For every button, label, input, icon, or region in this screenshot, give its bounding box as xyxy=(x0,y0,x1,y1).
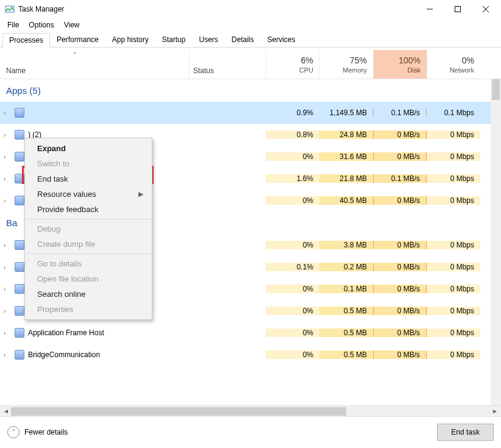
chevron-right-icon[interactable]: › xyxy=(4,264,11,271)
process-cpu: 0% xyxy=(266,241,319,249)
end-task-button[interactable]: End task xyxy=(437,424,494,441)
tab-users[interactable]: Users xyxy=(192,32,224,47)
process-name-cell: › xyxy=(0,108,189,118)
network-label: Network xyxy=(427,66,474,74)
tab-details[interactable]: Details xyxy=(225,32,261,47)
vertical-scroll-thumb[interactable] xyxy=(492,79,500,100)
process-icon xyxy=(15,240,24,250)
context-menu-item-end-task[interactable]: End task xyxy=(25,171,152,187)
task-manager-icon xyxy=(5,4,15,14)
fewer-details-label: Fewer details xyxy=(24,428,68,436)
process-name: BridgeCommunication xyxy=(28,350,100,359)
context-item-label: Expand xyxy=(37,144,66,153)
chevron-right-icon[interactable]: › xyxy=(4,197,11,204)
hscroll-thumb[interactable] xyxy=(11,407,346,416)
fewer-details-button[interactable]: ˄ Fewer details xyxy=(7,426,68,438)
chevron-right-icon: ▶ xyxy=(138,190,143,198)
context-item-label: Search online xyxy=(37,290,86,299)
context-menu-separator xyxy=(26,219,151,219)
context-menu-item-provide-feedback[interactable]: Provide feedback xyxy=(25,202,152,217)
table-row[interactable]: › 0.9% 1,149.5 MB 0.1 MB/s 0.1 Mbps xyxy=(0,102,501,124)
close-button[interactable] xyxy=(472,1,500,18)
context-menu-item-debug: Debug xyxy=(25,221,152,236)
tab-startup[interactable]: Startup xyxy=(155,32,193,47)
window-title: Task Manager xyxy=(18,5,416,13)
menu-file[interactable]: File xyxy=(2,21,24,29)
process-memory: 3.8 MB xyxy=(319,241,373,249)
window-controls xyxy=(416,1,500,18)
column-headers: ˄ Name Status 6% CPU 75% Memory 100% Dis… xyxy=(0,50,501,79)
process-memory: 0.5 MB xyxy=(319,329,373,337)
process-icon xyxy=(15,174,24,183)
process-cpu: 1.6% xyxy=(266,174,319,183)
cpu-label: CPU xyxy=(266,66,313,74)
column-memory[interactable]: 75% Memory xyxy=(319,50,373,79)
group-apps[interactable]: Apps (5) xyxy=(0,79,501,102)
process-network: 0 Mbps xyxy=(427,174,480,183)
context-menu-item-resource-values[interactable]: Resource values▶ xyxy=(25,187,152,202)
context-menu[interactable]: ExpandSwitch toEnd taskResource values▶P… xyxy=(24,138,152,320)
chevron-right-icon[interactable]: › xyxy=(4,242,11,249)
process-network: 0 Mbps xyxy=(427,350,480,359)
process-cpu: 0% xyxy=(266,350,319,359)
tab-app-history[interactable]: App history xyxy=(105,32,155,47)
process-network: 0 Mbps xyxy=(427,152,480,161)
context-item-label: End task xyxy=(37,174,68,183)
process-memory: 0.5 MB xyxy=(319,350,373,359)
process-network: 0 Mbps xyxy=(427,329,480,337)
disk-usage-pct: 100% xyxy=(374,55,421,65)
process-network: 0 Mbps xyxy=(427,241,480,249)
menu-options[interactable]: Options xyxy=(24,21,59,29)
maximize-button[interactable] xyxy=(444,1,472,18)
horizontal-scrollbar[interactable]: ◄ ► xyxy=(0,405,501,416)
process-icon xyxy=(15,130,24,140)
column-cpu[interactable]: 6% CPU xyxy=(266,50,319,79)
process-cpu: 0% xyxy=(266,285,319,293)
context-item-label: Open file location xyxy=(37,274,98,283)
tab-processes[interactable]: Processes xyxy=(2,33,50,48)
tab-performance[interactable]: Performance xyxy=(50,32,105,47)
process-icon xyxy=(15,108,24,118)
context-menu-item-expand[interactable]: Expand xyxy=(25,141,152,156)
context-menu-item-create-dump-file: Create dump file xyxy=(25,236,152,252)
context-menu-item-search-online[interactable]: Search online xyxy=(25,286,152,302)
process-network: 0 Mbps xyxy=(427,196,480,205)
column-disk[interactable]: 100% Disk xyxy=(373,50,427,79)
column-name[interactable]: Name xyxy=(0,50,189,79)
process-network: 0 Mbps xyxy=(427,263,480,271)
menubar: File Options View xyxy=(0,18,501,32)
table-row[interactable]: › Application Frame Host 0% 0.5 MB 0 MB/… xyxy=(0,322,501,344)
context-item-label: Switch to xyxy=(37,159,69,168)
context-item-label: Go to details xyxy=(37,259,82,268)
process-cpu: 0% xyxy=(266,196,319,205)
minimize-button[interactable] xyxy=(416,1,444,18)
hscroll-right-icon[interactable]: ► xyxy=(490,408,500,414)
process-icon xyxy=(15,328,24,338)
process-disk: 0 MB/s xyxy=(373,285,427,293)
chevron-right-icon[interactable]: › xyxy=(4,330,11,336)
tab-services[interactable]: Services xyxy=(261,32,302,47)
chevron-right-icon[interactable]: › xyxy=(4,286,11,293)
process-disk: 0.1 MB/s xyxy=(373,108,427,117)
hscroll-track[interactable] xyxy=(11,407,490,416)
context-item-label: Properties xyxy=(37,305,73,314)
chevron-right-icon[interactable]: › xyxy=(4,154,11,160)
process-cpu: 0.1% xyxy=(266,263,319,271)
menu-view[interactable]: View xyxy=(59,21,85,29)
vertical-scrollbar[interactable] xyxy=(491,79,501,405)
process-disk: 0 MB/s xyxy=(373,263,427,271)
column-network[interactable]: 0% Network xyxy=(427,50,480,79)
process-icon xyxy=(15,152,24,162)
hscroll-left-icon[interactable]: ◄ xyxy=(1,408,11,414)
process-network: 0.1 Mbps xyxy=(427,108,480,117)
chevron-right-icon[interactable]: › xyxy=(4,308,11,315)
chevron-right-icon[interactable]: › xyxy=(4,176,11,182)
process-network: 0 Mbps xyxy=(427,285,480,293)
chevron-right-icon[interactable]: › xyxy=(4,352,11,358)
column-status[interactable]: Status xyxy=(189,50,266,79)
chevron-right-icon[interactable]: › xyxy=(4,110,11,116)
table-row[interactable]: › BridgeCommunication 0% 0.5 MB 0 MB/s 0… xyxy=(0,344,501,366)
chevron-right-icon[interactable]: › xyxy=(4,132,11,138)
disk-label: Disk xyxy=(374,66,421,74)
process-icon xyxy=(15,284,24,294)
